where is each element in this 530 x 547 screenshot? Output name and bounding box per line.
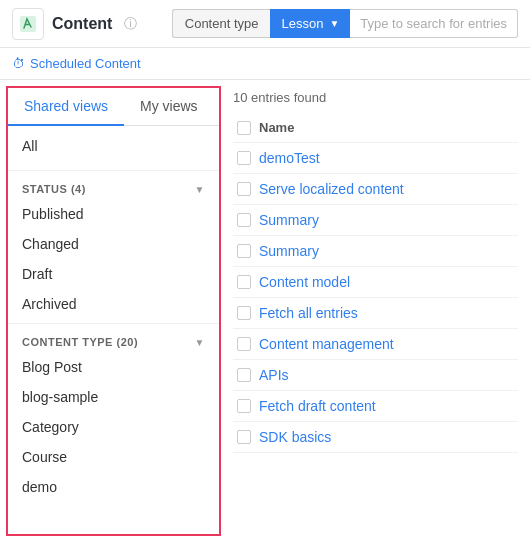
list-item[interactable]: Fetch draft content [233,391,518,422]
sidebar-tabs: Shared views My views [8,88,219,126]
sidebar-group-header-status[interactable]: STATUS (4) ▼ [8,175,219,199]
sidebar-all-section: All [8,126,219,166]
sidebar-item-published[interactable]: Published [8,199,219,229]
list-item[interactable]: APIs [233,360,518,391]
list-item[interactable]: Summary [233,236,518,267]
selected-type-label: Lesson [281,16,323,31]
sidebar-item-course[interactable]: Course [8,442,219,472]
help-icon[interactable]: ⓘ [124,15,137,33]
search-input[interactable]: Type to search for entries [350,9,518,38]
chevron-down-icon: ▼ [195,337,205,348]
tab-shared-views[interactable]: Shared views [8,88,124,126]
entry-name[interactable]: demoTest [259,150,320,166]
list-item[interactable]: Fetch all entries [233,298,518,329]
entry-name[interactable]: Summary [259,243,319,259]
entry-name[interactable]: Fetch all entries [259,305,358,321]
entry-checkbox[interactable] [237,368,251,382]
content-area: 10 entries found Name demoTest Serve loc… [221,80,530,542]
list-item[interactable]: Summary [233,205,518,236]
content-type-label: Content type [172,9,271,38]
header-checkbox[interactable] [237,121,251,135]
column-name-header: Name [259,120,294,135]
sidebar-group-header-content-type[interactable]: CONTENT TYPE (20) ▼ [8,328,219,352]
app-logo [12,8,44,40]
entry-checkbox[interactable] [237,430,251,444]
entry-header-row: Name [233,113,518,143]
scheduled-content-link[interactable]: ⏱ Scheduled Content [12,56,518,71]
sub-header: ⏱ Scheduled Content [0,48,530,80]
header-controls: Content type Lesson ▼ Type to search for… [172,9,518,38]
divider-2 [8,323,219,324]
sidebar-item-demo[interactable]: demo [8,472,219,502]
entry-name[interactable]: Serve localized content [259,181,404,197]
entry-name[interactable]: Content model [259,274,350,290]
list-item[interactable]: demoTest [233,143,518,174]
chevron-down-icon: ▼ [195,184,205,195]
entry-name[interactable]: SDK basics [259,429,331,445]
sidebar-item-all[interactable]: All [8,130,219,162]
content-type-group-label: CONTENT TYPE (20) [22,336,138,348]
tab-my-views[interactable]: My views [124,88,214,126]
scheduled-content-label: Scheduled Content [30,56,141,71]
entry-checkbox[interactable] [237,213,251,227]
entry-checkbox[interactable] [237,244,251,258]
entry-name[interactable]: Summary [259,212,319,228]
sidebar-item-draft[interactable]: Draft [8,259,219,289]
status-group-label: STATUS (4) [22,183,86,195]
entry-checkbox[interactable] [237,275,251,289]
sidebar-item-changed[interactable]: Changed [8,229,219,259]
list-item[interactable]: Content model [233,267,518,298]
sidebar: Shared views My views All STATUS (4) ▼ P… [6,86,221,536]
edit-icon [18,14,38,34]
sidebar-item-blog-sample[interactable]: blog-sample [8,382,219,412]
entry-checkbox[interactable] [237,399,251,413]
list-item[interactable]: Serve localized content [233,174,518,205]
entry-name[interactable]: APIs [259,367,289,383]
entry-checkbox[interactable] [237,337,251,351]
sidebar-item-blog-post[interactable]: Blog Post [8,352,219,382]
list-item[interactable]: SDK basics [233,422,518,453]
entry-checkbox[interactable] [237,306,251,320]
divider-1 [8,170,219,171]
entries-count: 10 entries found [233,90,518,105]
sidebar-item-archived[interactable]: Archived [8,289,219,319]
entry-checkbox[interactable] [237,151,251,165]
app-header: Content ⓘ Content type Lesson ▼ Type to … [0,0,530,48]
content-type-select[interactable]: Lesson ▼ [270,9,350,38]
chevron-down-icon: ▼ [329,18,339,29]
sidebar-item-category[interactable]: Category [8,412,219,442]
entry-name[interactable]: Fetch draft content [259,398,376,414]
main-layout: Shared views My views All STATUS (4) ▼ P… [0,80,530,542]
entry-list: Name demoTest Serve localized content Su… [233,113,518,453]
clock-icon: ⏱ [12,56,25,71]
list-item[interactable]: Content management [233,329,518,360]
entry-checkbox[interactable] [237,182,251,196]
entry-name[interactable]: Content management [259,336,394,352]
app-title: Content [52,15,112,33]
